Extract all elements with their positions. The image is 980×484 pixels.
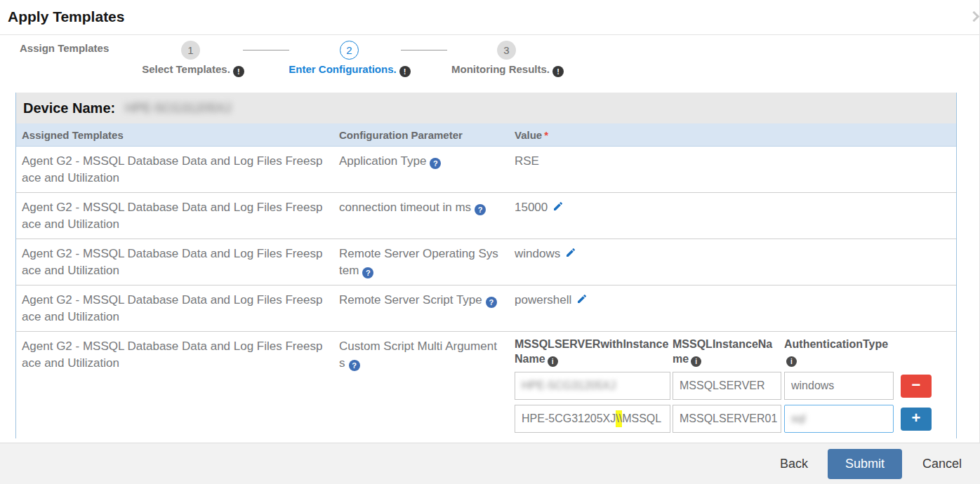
device-name-value-redacted: HPE-5CG31205XJ bbox=[125, 101, 231, 116]
chevron-right-icon[interactable] bbox=[969, 11, 980, 22]
config-value: windows bbox=[515, 246, 956, 285]
help-icon[interactable]: ? bbox=[349, 360, 360, 371]
config-parameter: connection timeout in ms? bbox=[339, 199, 515, 238]
step-1-label[interactable]: Select Templates.! bbox=[133, 63, 253, 77]
step-2-number: 2 bbox=[346, 44, 352, 56]
edit-pencil-icon[interactable] bbox=[576, 293, 588, 309]
server-instance-input[interactable]: HPE-5CG31205XJ\\MSSQL bbox=[515, 405, 670, 433]
argument-row-2: HPE-5CG31205XJ\\MSSQL MSSQLSERVER01 sql … bbox=[515, 405, 949, 433]
col-header-server-with-instance: MSSQLSERVERwithInstanceNamei bbox=[515, 337, 670, 367]
col-header-instance-name: MSSQLInstanceNamei bbox=[673, 337, 781, 367]
step-2-alert-icon[interactable]: ! bbox=[399, 66, 411, 77]
remove-row-button[interactable]: − bbox=[901, 375, 932, 398]
table-row-multi-arguments: Agent G2 - MSSQL Database Data and Log F… bbox=[16, 332, 956, 459]
highlighted-backslashes: \\ bbox=[616, 410, 622, 427]
step-connector-1 bbox=[243, 50, 289, 51]
info-icon[interactable]: i bbox=[548, 356, 558, 367]
table-row: Agent G2 - MSSQL Database Data and Log F… bbox=[16, 239, 956, 285]
submit-button[interactable]: Submit bbox=[828, 449, 902, 479]
dialog-titlebar: Apply Templates bbox=[0, 0, 979, 35]
step-connector-2 bbox=[401, 50, 447, 51]
config-parameter: Custom Script Multi Arguments? bbox=[339, 338, 515, 459]
edit-pencil-icon[interactable] bbox=[565, 246, 576, 263]
device-name-label: Device Name: bbox=[23, 100, 115, 116]
step-3-label[interactable]: Monitoring Results.! bbox=[441, 63, 574, 77]
config-value: 15000 bbox=[515, 199, 956, 238]
col-header-authentication-type: AuthenticationTypei bbox=[784, 337, 894, 367]
table-header-row: Assigned Templates Configuration Paramet… bbox=[16, 123, 956, 147]
help-icon[interactable]: ? bbox=[486, 297, 497, 308]
step-2-circle[interactable]: 2 bbox=[340, 41, 359, 60]
table-row: Agent G2 - MSSQL Database Data and Log F… bbox=[16, 193, 956, 239]
config-parameter: Remote Server Operating System? bbox=[339, 246, 515, 285]
step-2-label[interactable]: Enter Configurations.! bbox=[279, 63, 420, 77]
step-3-number: 3 bbox=[503, 44, 509, 56]
table-row: Agent G2 - MSSQL Database Data and Log F… bbox=[16, 285, 956, 332]
page-title: Apply Templates bbox=[8, 8, 124, 25]
server-instance-input[interactable]: HPE-5CG31205XJ bbox=[515, 372, 670, 400]
col-header-configuration-parameter: Configuration Parameter bbox=[339, 129, 515, 141]
assigned-template-name: Agent G2 - MSSQL Database Data and Log F… bbox=[16, 153, 339, 192]
assigned-template-name: Agent G2 - MSSQL Database Data and Log F… bbox=[16, 199, 339, 238]
configuration-panel: Device Name: HPE-5CG31205XJ Assigned Tem… bbox=[15, 93, 957, 438]
step-3-circle[interactable]: 3 bbox=[497, 41, 516, 60]
assigned-template-name: Agent G2 - MSSQL Database Data and Log F… bbox=[16, 246, 339, 285]
help-icon[interactable]: ? bbox=[475, 204, 486, 215]
step-1-circle[interactable]: 1 bbox=[181, 41, 200, 60]
multi-argument-editor: MSSQLSERVERwithInstanceNamei MSSQLInstan… bbox=[515, 338, 956, 459]
assigned-template-name: Agent G2 - MSSQL Database Data and Log F… bbox=[16, 338, 339, 459]
config-parameter: Application Type? bbox=[339, 153, 515, 192]
device-name-bar: Device Name: HPE-5CG31205XJ bbox=[16, 93, 956, 123]
table-row: Agent G2 - MSSQL Database Data and Log F… bbox=[16, 147, 956, 193]
argument-row-1: HPE-5CG31205XJ MSSQLSERVER windows − bbox=[515, 372, 949, 400]
step-3-alert-icon[interactable]: ! bbox=[552, 66, 564, 77]
help-icon[interactable]: ? bbox=[362, 267, 373, 278]
add-row-button[interactable]: + bbox=[901, 408, 932, 431]
info-icon[interactable]: i bbox=[786, 356, 797, 367]
help-icon[interactable]: ? bbox=[430, 158, 441, 169]
step-1-alert-icon[interactable]: ! bbox=[233, 66, 244, 77]
dialog-footer: Back Submit Cancel bbox=[0, 443, 980, 484]
instance-name-input[interactable]: MSSQLSERVER01 bbox=[673, 405, 781, 433]
back-button[interactable]: Back bbox=[780, 457, 808, 471]
stepper-title: Assign Templates bbox=[20, 42, 109, 54]
config-value: powershell bbox=[515, 292, 956, 331]
instance-name-input[interactable]: MSSQLSERVER bbox=[673, 372, 781, 400]
required-asterisk: * bbox=[544, 129, 548, 141]
col-header-assigned-templates: Assigned Templates bbox=[16, 129, 339, 141]
wizard-stepper: Assign Templates 1 2 3 Select Templates.… bbox=[0, 35, 979, 84]
col-header-value: Value* bbox=[515, 129, 956, 141]
assigned-template-name: Agent G2 - MSSQL Database Data and Log F… bbox=[16, 292, 339, 331]
step-1-number: 1 bbox=[187, 44, 193, 56]
config-value: RSE bbox=[515, 153, 956, 192]
config-parameter: Remote Server Script Type? bbox=[339, 292, 515, 331]
edit-pencil-icon[interactable] bbox=[552, 200, 564, 217]
argument-column-headers: MSSQLSERVERwithInstanceNamei MSSQLInstan… bbox=[515, 337, 949, 367]
apply-templates-dialog: Apply Templates Assign Templates 1 2 3 S… bbox=[0, 0, 980, 484]
authentication-type-input[interactable]: windows bbox=[784, 372, 894, 400]
info-icon[interactable]: i bbox=[691, 356, 701, 367]
cancel-button[interactable]: Cancel bbox=[922, 457, 962, 471]
authentication-type-input-focused[interactable]: sql bbox=[784, 405, 894, 433]
